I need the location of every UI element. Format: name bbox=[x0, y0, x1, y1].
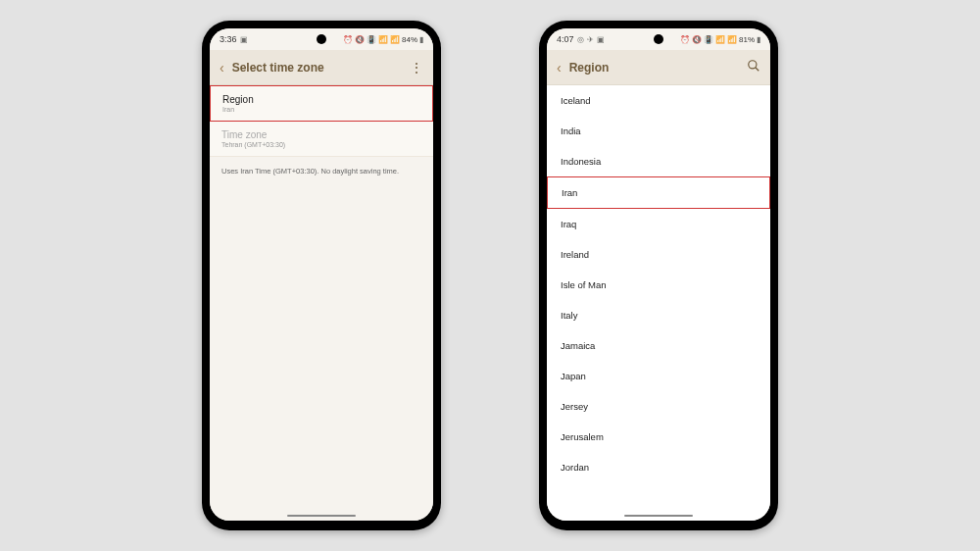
region-item-italy[interactable]: Italy bbox=[547, 300, 770, 330]
status-time: 4:07 bbox=[557, 34, 574, 44]
notification-icon: ◎ bbox=[577, 35, 584, 44]
battery-icon: ▮ bbox=[419, 35, 423, 44]
more-icon[interactable]: ⋮ bbox=[410, 60, 423, 75]
region-list[interactable]: Iceland India Indonesia Iran Iraq Irelan… bbox=[547, 85, 770, 521]
phone-left: 3:36 ▣ ⏰ 🔇 📳 📶 📶 84% ▮ ‹ Select time zon… bbox=[202, 21, 441, 530]
region-item-japan[interactable]: Japan bbox=[547, 361, 770, 391]
camera-hole bbox=[317, 34, 326, 44]
region-item-jerusalem[interactable]: Jerusalem bbox=[547, 422, 770, 452]
status-time: 3:36 bbox=[220, 34, 237, 44]
signal-icon: 📶 bbox=[390, 35, 400, 44]
back-icon[interactable]: ‹ bbox=[220, 60, 224, 75]
app-bar: ‹ Select time zone ⋮ bbox=[210, 50, 433, 85]
signal-icon: 📶 bbox=[727, 35, 737, 44]
alarm-icon: ⏰ bbox=[343, 35, 353, 44]
region-row[interactable]: Region Iran bbox=[210, 85, 433, 122]
app-bar: ‹ Region bbox=[547, 50, 770, 85]
screen-left: 3:36 ▣ ⏰ 🔇 📳 📶 📶 84% ▮ ‹ Select time zon… bbox=[210, 28, 433, 521]
region-item-jamaica[interactable]: Jamaica bbox=[547, 330, 770, 361]
alarm-icon: ⏰ bbox=[680, 35, 690, 44]
battery-percent: 81% bbox=[739, 35, 755, 44]
timezone-value: Tehran (GMT+03:30) bbox=[221, 141, 421, 148]
svg-point-0 bbox=[749, 61, 757, 69]
appbar-title: Select time zone bbox=[232, 61, 410, 75]
region-item-india[interactable]: India bbox=[547, 116, 770, 146]
mute-icon: 🔇 bbox=[692, 35, 702, 44]
back-icon[interactable]: ‹ bbox=[557, 60, 562, 75]
home-indicator[interactable] bbox=[624, 515, 693, 518]
search-icon[interactable] bbox=[747, 59, 760, 75]
wifi-icon: 📶 bbox=[715, 35, 725, 44]
wifi-icon: 📶 bbox=[378, 35, 388, 44]
region-item-iceland[interactable]: Iceland bbox=[547, 85, 770, 116]
content-area: Iceland India Indonesia Iran Iraq Irelan… bbox=[547, 85, 770, 521]
info-text: Uses Iran Time (GMT+03:30). No daylight … bbox=[210, 157, 433, 185]
vibrate-icon: 📳 bbox=[367, 35, 376, 44]
content-area: Region Iran Time zone Tehran (GMT+03:30)… bbox=[210, 85, 433, 521]
region-value: Iran bbox=[222, 106, 420, 113]
region-item-jordan[interactable]: Jordan bbox=[547, 452, 770, 482]
region-item-iran[interactable]: Iran bbox=[547, 176, 770, 209]
screen-right: 4:07 ◎ ✈ ▣ ⏰ 🔇 📳 📶 📶 81% ▮ ‹ Region bbox=[547, 28, 770, 521]
home-indicator[interactable] bbox=[287, 515, 356, 518]
appbar-title: Region bbox=[569, 61, 747, 75]
region-item-isle-of-man[interactable]: Isle of Man bbox=[547, 270, 770, 300]
region-item-ireland[interactable]: Ireland bbox=[547, 239, 770, 270]
region-item-iraq[interactable]: Iraq bbox=[547, 209, 770, 239]
notification-icon: ✈ bbox=[587, 35, 594, 44]
timezone-row[interactable]: Time zone Tehran (GMT+03:30) bbox=[210, 122, 433, 157]
vibrate-icon: 📳 bbox=[704, 35, 713, 44]
camera-hole bbox=[654, 34, 663, 44]
region-item-jersey[interactable]: Jersey bbox=[547, 391, 770, 422]
battery-icon: ▮ bbox=[757, 35, 760, 44]
notification-icon: ▣ bbox=[240, 35, 248, 44]
region-label: Region bbox=[222, 94, 420, 105]
region-item-indonesia[interactable]: Indonesia bbox=[547, 146, 770, 176]
mute-icon: 🔇 bbox=[355, 35, 365, 44]
battery-percent: 84% bbox=[402, 35, 417, 44]
phone-right: 4:07 ◎ ✈ ▣ ⏰ 🔇 📳 📶 📶 81% ▮ ‹ Region bbox=[539, 21, 778, 530]
svg-line-1 bbox=[756, 68, 760, 72]
notification-icon: ▣ bbox=[597, 35, 605, 44]
timezone-label: Time zone bbox=[221, 129, 421, 140]
